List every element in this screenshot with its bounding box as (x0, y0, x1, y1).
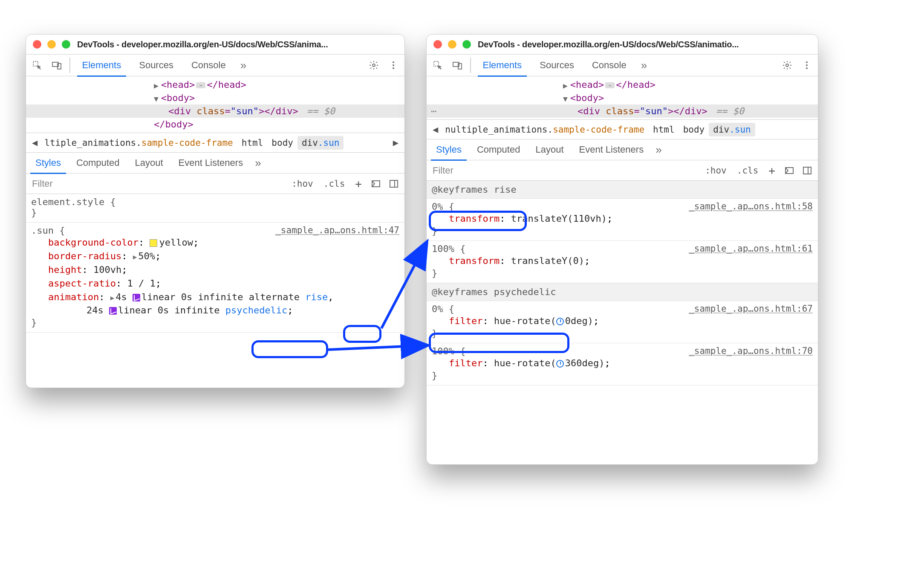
easing-swatch-icon[interactable] (109, 307, 117, 315)
subtab-listeners[interactable]: Event Listeners (171, 153, 251, 173)
window-title: DevTools - developer.mozilla.org/en-US/d… (478, 40, 739, 49)
breadcrumb-html[interactable]: html (649, 123, 679, 136)
tab-elements[interactable]: Elements (75, 55, 129, 76)
subtabs-overflow-icon[interactable]: » (251, 156, 265, 170)
breadcrumb-html[interactable]: html (237, 136, 268, 150)
tab-elements[interactable]: Elements (475, 55, 530, 76)
dom-selected-div[interactable]: <div class="sun"></div>== $0 (26, 104, 404, 118)
svg-rect-8 (390, 180, 398, 187)
toggle-sidebar-icon[interactable] (387, 175, 400, 192)
filter-input[interactable] (30, 177, 284, 191)
styles-pane[interactable]: element.style { } .sun { _sample_.ap…ons… (26, 194, 404, 388)
dom-tree[interactable]: ▶<head>⋯</head> ▼<body> ⋯ <div class="su… (427, 76, 818, 119)
minimize-icon[interactable] (47, 40, 56, 49)
separator (470, 58, 471, 73)
decl-animation[interactable]: animation: ▶4s linear 0s infinite altern… (31, 290, 399, 304)
subtabs-overflow-icon[interactable]: » (651, 143, 666, 156)
element-style-rule[interactable]: element.style { } (26, 194, 404, 223)
keyframes-psychedelic-header[interactable]: @keyframes psychedelic (427, 283, 818, 301)
tabs-overflow-icon[interactable]: » (637, 59, 651, 72)
minimize-icon[interactable] (448, 40, 456, 49)
filter-input[interactable] (431, 163, 697, 178)
dom-body-close[interactable]: </body> (26, 118, 404, 131)
dom-body-open[interactable]: ▼<body> (427, 91, 818, 104)
decl-background-color[interactable]: background-color: yellow; (31, 236, 399, 249)
kf-psy-0[interactable]: 0% {_sample_.ap…ons.html:67 filter: hue-… (427, 301, 818, 343)
computed-sidebar-icon[interactable] (370, 175, 382, 192)
close-icon[interactable] (433, 40, 442, 49)
device-toolbar-icon[interactable] (48, 57, 65, 74)
subtab-computed[interactable]: Computed (469, 139, 528, 160)
angle-swatch-icon[interactable] (556, 318, 564, 325)
separator (69, 58, 70, 73)
settings-gear-icon[interactable] (365, 57, 382, 74)
subtab-computed[interactable]: Computed (69, 153, 127, 173)
add-rule-icon[interactable]: + (352, 177, 364, 190)
device-toolbar-icon[interactable] (449, 57, 466, 74)
easing-swatch-icon[interactable] (133, 294, 140, 301)
subtab-listeners[interactable]: Event Listeners (572, 139, 652, 160)
inspect-element-icon[interactable] (29, 57, 46, 74)
kf-rise-100[interactable]: 100% {_sample_.ap…ons.html:61 transform:… (427, 241, 818, 283)
kebab-menu-icon[interactable] (385, 57, 402, 74)
tab-console[interactable]: Console (584, 55, 634, 76)
add-rule-icon[interactable]: + (766, 164, 778, 177)
decl-aspect-ratio[interactable]: aspect-ratio: 1 / 1; (31, 277, 399, 290)
kebab-menu-icon[interactable] (798, 57, 815, 74)
source-link[interactable]: _sample_.ap…ons.html:61 (689, 243, 813, 254)
cls-toggle[interactable]: .cls (734, 165, 761, 176)
row-actions-icon[interactable]: ⋯ (431, 106, 437, 116)
computed-sidebar-icon[interactable] (783, 162, 796, 179)
breadcrumb-next-icon[interactable]: ▶ (390, 137, 401, 148)
devtools-window-right: DevTools - developer.mozilla.org/en-US/d… (426, 34, 818, 465)
tab-sources[interactable]: Sources (131, 55, 181, 76)
breadcrumb-prev-icon[interactable]: ◀ (430, 124, 441, 135)
decl-border-radius[interactable]: border-radius: ▶50%; (31, 249, 399, 263)
toggle-sidebar-icon[interactable] (801, 162, 814, 179)
source-link[interactable]: _sample_.ap…ons.html:47 (275, 225, 399, 236)
decl-height[interactable]: height: 100vh; (31, 263, 399, 277)
subtab-styles[interactable]: Styles (28, 153, 69, 173)
tab-sources[interactable]: Sources (532, 55, 582, 76)
source-link[interactable]: _sample_.ap…ons.html:58 (689, 201, 813, 212)
breadcrumb: ◀ ltiple_animations.sample-code-frame ht… (26, 133, 404, 152)
maximize-icon[interactable] (62, 40, 70, 49)
breadcrumb-div[interactable]: div.sun (297, 136, 344, 150)
dom-head-line[interactable]: ▶<head>⋯</head> (26, 78, 404, 91)
keyframes-link-psychedelic[interactable]: psychedelic (225, 305, 288, 316)
kf-psy-100[interactable]: 100% {_sample_.ap…ons.html:70 filter: hu… (427, 343, 818, 385)
breadcrumb-iframe[interactable]: ltiple_animations.sample-code-frame (40, 136, 237, 150)
styles-pane[interactable]: @keyframes rise 0% {_sample_.ap…ons.html… (427, 181, 818, 464)
source-link[interactable]: _sample_.ap…ons.html:70 (689, 346, 813, 356)
inspect-element-icon[interactable] (429, 57, 446, 74)
source-link[interactable]: _sample_.ap…ons.html:67 (689, 304, 813, 314)
keyframes-link-rise[interactable]: rise (305, 292, 328, 302)
breadcrumb-body[interactable]: body (267, 136, 297, 150)
close-icon[interactable] (33, 40, 41, 49)
color-swatch-icon[interactable] (150, 239, 157, 247)
sun-rule[interactable]: .sun { _sample_.ap…ons.html:47 backgroun… (26, 223, 404, 333)
dom-tree[interactable]: ▶<head>⋯</head> ▼<body> <div class="sun"… (26, 76, 404, 133)
breadcrumb-div[interactable]: div.sun (709, 123, 755, 136)
breadcrumb-prev-icon[interactable]: ◀ (29, 137, 40, 148)
tabs-overflow-icon[interactable]: » (236, 59, 251, 72)
keyframes-rise-header[interactable]: @keyframes rise (427, 181, 818, 199)
hov-toggle[interactable]: :hov (289, 179, 316, 189)
dom-selected-div[interactable]: ⋯ <div class="sun"></div>== $0 (427, 104, 818, 118)
svg-point-15 (806, 64, 808, 66)
maximize-icon[interactable] (462, 40, 471, 49)
settings-gear-icon[interactable] (779, 57, 796, 74)
subtab-layout[interactable]: Layout (528, 139, 571, 160)
subtab-layout[interactable]: Layout (127, 153, 170, 173)
dom-head-line[interactable]: ▶<head>⋯</head> (427, 78, 818, 91)
dom-body-open[interactable]: ▼<body> (26, 91, 404, 104)
breadcrumb-iframe[interactable]: nultiple_animations.sample-code-frame (441, 123, 649, 136)
breadcrumb-body[interactable]: body (679, 123, 709, 136)
kf-rise-0[interactable]: 0% {_sample_.ap…ons.html:58 transform: t… (427, 199, 818, 241)
tab-console[interactable]: Console (184, 55, 234, 76)
hov-toggle[interactable]: :hov (702, 165, 729, 176)
cls-toggle[interactable]: .cls (321, 179, 348, 189)
decl-animation-line2[interactable]: 24s linear 0s infinite psychedelic; (31, 304, 399, 317)
subtab-styles[interactable]: Styles (428, 139, 469, 160)
angle-swatch-icon[interactable] (556, 360, 564, 368)
